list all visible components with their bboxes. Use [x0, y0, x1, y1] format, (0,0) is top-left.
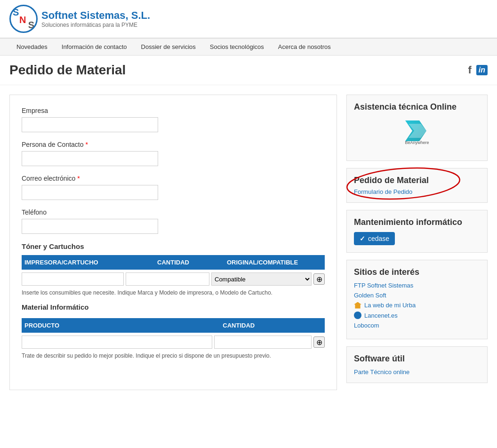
compat-select[interactable]: Compatible Original	[211, 272, 312, 286]
sitios-card: Sitios de interés FTP Softnet Sistemas G…	[346, 260, 488, 339]
logo-icon: S N S	[9, 5, 38, 33]
email-input[interactable]	[22, 185, 158, 200]
toner-hint: Inserte los consumibles que necesite. In…	[22, 289, 325, 296]
telefono-input[interactable]	[22, 219, 158, 234]
empresa-label: Empresa	[22, 107, 325, 114]
nav-item-dossier[interactable]: Dossier de servicios	[134, 39, 203, 55]
goldensoft-link[interactable]: Golden Soft	[354, 292, 386, 299]
lobocom-link[interactable]: Lobocom	[354, 322, 379, 329]
form-section: Empresa Persona de Contacto * Correo ele…	[9, 95, 337, 390]
contacto-required: *	[85, 141, 88, 148]
header: S N S Softnet Sistemas, S.L. Soluciones …	[0, 0, 497, 38]
logo-s2: S	[28, 20, 34, 31]
material-qty-input[interactable]	[214, 336, 312, 349]
list-item: Golden Soft	[354, 292, 480, 299]
add-toner-button[interactable]: ⊕	[313, 273, 325, 285]
page-title-bar: Pedido de Material f in	[0, 56, 497, 85]
email-label: Correo electrónico *	[22, 175, 325, 182]
logo-box: S N S Softnet Sistemas, S.L. Soluciones …	[9, 5, 150, 33]
page-title: Pedido de Material	[9, 63, 126, 78]
col-product-header: PRODUCTO	[24, 322, 223, 329]
contacto-group: Persona de Contacto *	[22, 141, 325, 166]
sidebar: Asistencia técnica Online BeAnywhere	[346, 95, 488, 390]
parte-tecnico-link[interactable]: Parte Técnico online	[354, 368, 480, 376]
email-required: *	[77, 175, 80, 182]
pedido-form-link[interactable]: Formulario de Pedido	[354, 188, 480, 195]
asistencia-card: Asistencia técnica Online BeAnywhere	[346, 95, 488, 161]
sitios-list: FTP Softnet Sistemas Golden Soft La web …	[354, 282, 480, 329]
facebook-icon[interactable]: f	[468, 64, 471, 76]
linkedin-icon[interactable]: in	[476, 65, 488, 75]
contacto-label: Persona de Contacto *	[22, 141, 325, 148]
toner-section-title: Tóner y Cartuchos	[22, 242, 325, 250]
telefono-group: Teléfono	[22, 208, 325, 234]
company-tagline: Soluciones informáticas para la PYME	[41, 22, 150, 28]
nav-item-novedades[interactable]: Novedades	[9, 39, 55, 55]
add-material-button[interactable]: ⊕	[313, 336, 325, 348]
nav-item-socios[interactable]: Socios tecnológicos	[203, 39, 271, 55]
col-printer-header: IMPRESORA/CARTUCHO	[24, 259, 144, 266]
sitios-title: Sitios de interés	[354, 267, 480, 277]
list-item: Lancenet.es	[354, 312, 480, 319]
material-table-header: PRODUCTO CANTIDAD	[22, 318, 325, 333]
pedido-card: Pedido de Material Formulario de Pedido	[346, 168, 488, 203]
beanywhere-svg: BeAnywhere	[398, 117, 436, 147]
contacto-input[interactable]	[22, 151, 158, 166]
col-qty-header: CANTIDAD	[144, 259, 203, 266]
material-section-title: Material Informático	[22, 303, 325, 311]
svg-text:BeAnywhere: BeAnywhere	[405, 140, 429, 145]
nav-item-acerca[interactable]: Acerca de nosotros	[271, 39, 338, 55]
cedase-link[interactable]: ✓ cedase	[354, 232, 395, 245]
empresa-input[interactable]	[22, 117, 158, 132]
product-input[interactable]	[22, 336, 212, 349]
printer-input[interactable]	[22, 272, 124, 286]
home-icon	[354, 302, 361, 309]
mantenimiento-title: Mantenimiento informático	[354, 217, 480, 227]
lancenet-link[interactable]: Lancenet.es	[364, 312, 398, 319]
software-title: Software útil	[354, 354, 480, 364]
list-item: La web de mi Urba	[354, 302, 480, 309]
main-layout: Empresa Persona de Contacto * Correo ele…	[0, 85, 497, 400]
col-qty2-header: CANTIDAD	[223, 322, 322, 329]
toner-row: Compatible Original ⊕	[22, 272, 325, 286]
software-card: Software útil Parte Técnico online	[346, 346, 488, 383]
ftp-link[interactable]: FTP Softnet Sistemas	[354, 282, 413, 289]
company-name: Softnet Sistemas, S.L.	[41, 9, 150, 22]
logo-s: S	[13, 7, 19, 18]
toner-qty-input[interactable]	[126, 272, 209, 286]
mantenimiento-card: Mantenimiento informático ✓ cedase	[346, 210, 488, 253]
email-group: Correo electrónico *	[22, 175, 325, 200]
list-item: FTP Softnet Sistemas	[354, 282, 480, 289]
list-item: Lobocom	[354, 322, 480, 329]
empresa-group: Empresa	[22, 107, 325, 132]
asistencia-title: Asistencia técnica Online	[354, 102, 480, 112]
social-icons: f in	[468, 64, 488, 76]
logo-n: N	[19, 15, 26, 25]
cedase-label: cedase	[368, 235, 389, 242]
beanywhere-logo: BeAnywhere	[354, 117, 480, 149]
telefono-label: Teléfono	[22, 208, 325, 216]
logo-text: Softnet Sistemas, S.L. Soluciones inform…	[41, 9, 150, 28]
toner-table-header: IMPRESORA/CARTUCHO CANTIDAD ORIGINAL/COM…	[22, 255, 325, 270]
col-compat-header: ORIGINAL/COMPATIBLE	[203, 259, 322, 266]
cedase-check-icon: ✓	[360, 235, 365, 242]
nav-item-contacto[interactable]: Información de contacto	[55, 39, 134, 55]
material-hint: Trate de describir su pedido lo mejor po…	[22, 352, 325, 359]
material-row: ⊕	[22, 336, 325, 349]
person-icon	[354, 312, 361, 319]
urba-link[interactable]: La web de mi Urba	[364, 302, 416, 309]
pedido-card-title: Pedido de Material	[354, 176, 429, 185]
main-nav: Novedades Información de contacto Dossie…	[0, 38, 497, 56]
